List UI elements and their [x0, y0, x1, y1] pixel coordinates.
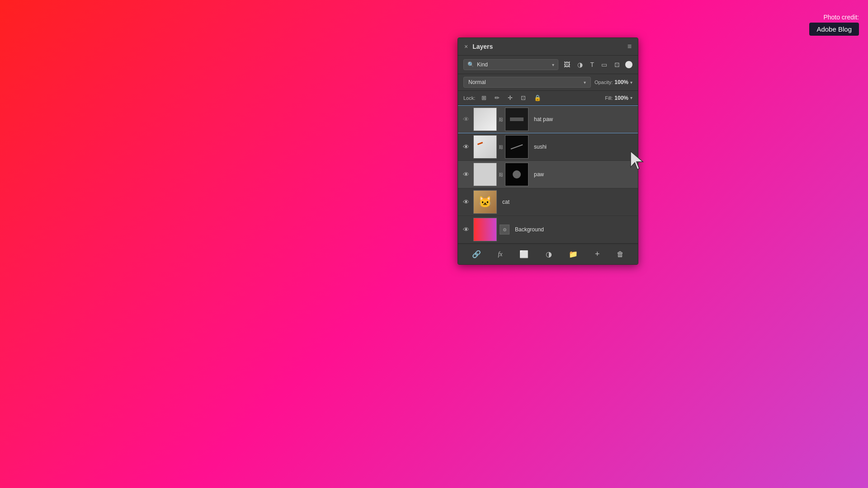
panel-title: Layers [472, 43, 627, 50]
filter-circle-icon[interactable] [625, 61, 632, 68]
blend-mode-row: Normal ▾ Opacity: 100% ▾ [458, 74, 638, 91]
layer-item[interactable]: 👁 🐱 cat [458, 188, 638, 216]
thumb-link-icon: ⛓ [498, 117, 504, 122]
opacity-value[interactable]: 100% [614, 79, 628, 85]
new-layer-icon[interactable]: + [592, 248, 603, 261]
layer-mask-thumbnail [505, 163, 528, 186]
filter-image-icon[interactable]: 🖼 [562, 60, 572, 69]
kind-dropdown-arrow: ▾ [552, 62, 554, 67]
layer-name: sushi [531, 144, 634, 150]
layers-list: 👁 ⛓ hat paw 👁 [458, 105, 638, 244]
blend-mode-arrow: ▾ [584, 80, 586, 85]
layer-thumbnail: 🐱 [473, 190, 497, 214]
lock-move-icon[interactable]: ✛ [506, 94, 514, 102]
canvas-background [0, 0, 868, 488]
layer-thumbnails: ⛓ [473, 135, 528, 159]
lock-artboard-icon[interactable]: ⊡ [519, 94, 528, 102]
lock-all-icon[interactable]: 🔒 [532, 94, 543, 102]
layer-name: hat paw [531, 116, 634, 122]
layer-visibility-toggle[interactable]: 👁 [462, 171, 471, 178]
lock-row: Lock: ⊞ ✏ ✛ ⊡ 🔒 Fill: 100% ▾ [458, 91, 638, 105]
panel-footer: 🔗 fx ⬜ ◑ 📁 + 🗑 [458, 244, 638, 264]
blend-mode-label: Normal [468, 79, 581, 85]
link-layers-icon[interactable]: 🔗 [469, 248, 484, 260]
photo-credit-label: Photo credit: [809, 14, 859, 21]
layer-name: paw [531, 171, 634, 178]
lock-paint-icon[interactable]: ✏ [493, 94, 501, 102]
layer-thumbnails: ⛓ [473, 108, 528, 131]
layer-item[interactable]: 👁 ⛓ paw [458, 161, 638, 188]
add-mask-icon[interactable]: ⬜ [517, 248, 531, 260]
layer-visibility-toggle[interactable]: 👁 [462, 116, 471, 123]
layer-name: Background [512, 226, 634, 233]
panel-menu-icon[interactable]: ≡ [627, 42, 632, 51]
lock-pixels-icon[interactable]: ⊞ [480, 94, 488, 102]
group-layers-icon[interactable]: 📁 [566, 248, 580, 260]
fill-value[interactable]: 100% [614, 95, 628, 101]
adjustment-layer-icon[interactable]: ◑ [543, 248, 555, 260]
background-settings-icon: ⚙ [500, 225, 509, 235]
layer-thumbnail [473, 108, 497, 131]
layer-thumbnail [473, 218, 497, 241]
layer-thumbnail [473, 135, 497, 159]
layer-item[interactable]: 👁 ⚙ Background [458, 216, 638, 244]
layer-item[interactable]: 👁 ⛓ sushi [458, 133, 638, 161]
filter-shape-icon[interactable]: ▭ [599, 60, 609, 69]
layer-mask-thumbnail [505, 108, 528, 131]
opacity-arrow[interactable]: ▾ [630, 80, 632, 85]
panel-close-button[interactable]: × [464, 43, 468, 50]
kind-dropdown[interactable]: 🔍 Kind ▾ [463, 59, 558, 70]
lock-label: Lock: [463, 95, 475, 101]
kind-label: Kind [477, 61, 549, 68]
delete-layer-icon[interactable]: 🗑 [614, 249, 627, 260]
layer-visibility-toggle[interactable]: 👁 [462, 226, 471, 233]
photo-credit-area: Photo credit: Adobe Blog [809, 14, 859, 36]
layer-visibility-toggle[interactable]: 👁 [462, 143, 471, 150]
blend-mode-dropdown[interactable]: Normal ▾ [463, 77, 591, 88]
layer-visibility-toggle[interactable]: 👁 [462, 198, 471, 206]
filter-adjustment-icon[interactable]: ◑ [576, 60, 585, 69]
layer-mask-thumbnail [505, 135, 528, 159]
thumb-link-icon: ⛓ [498, 172, 504, 177]
fill-arrow[interactable]: ▾ [630, 95, 632, 100]
filter-row: 🔍 Kind ▾ 🖼 ◑ T ▭ ⊡ [458, 56, 638, 74]
search-icon: 🔍 [467, 61, 474, 68]
filter-smart-icon[interactable]: ⊡ [613, 60, 622, 69]
layer-thumbnails: ⚙ [473, 218, 509, 241]
fill-group: Fill: 100% ▾ [605, 95, 632, 101]
thumb-link-icon: ⛓ [498, 145, 504, 150]
layer-name: cat [500, 199, 634, 205]
panel-header: × Layers ≡ [458, 38, 638, 56]
fill-label: Fill: [605, 95, 613, 101]
layer-thumbnail [473, 163, 497, 186]
fx-icon[interactable]: fx [495, 249, 505, 260]
layer-thumbnails: ⛓ [473, 163, 528, 186]
opacity-group: Opacity: 100% ▾ [594, 79, 632, 85]
filter-text-icon[interactable]: T [588, 60, 596, 69]
photo-credit-badge: Adobe Blog [809, 23, 859, 36]
layer-item[interactable]: 👁 ⛓ hat paw [458, 105, 638, 133]
layers-panel: × Layers ≡ 🔍 Kind ▾ 🖼 ◑ T ▭ ⊡ Normal ▾ O… [458, 38, 638, 265]
opacity-label: Opacity: [594, 80, 613, 85]
layer-thumbnails: 🐱 [473, 190, 497, 214]
